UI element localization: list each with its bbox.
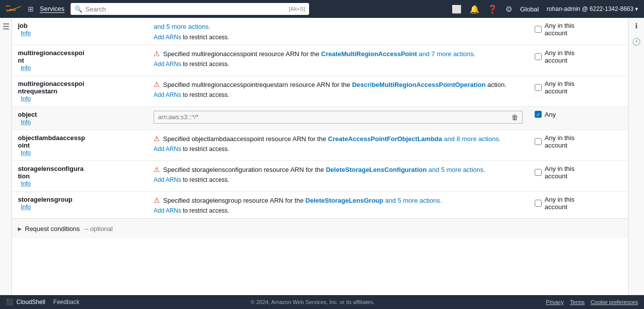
- any-in-this: Any in this: [545, 22, 574, 29]
- arn-input-cell: 🗑: [148, 106, 529, 130]
- warning-icon: ⚠: [154, 196, 160, 204]
- add-arns-link[interactable]: Add ARNs: [154, 61, 181, 68]
- any-checkbox-row: Any in this account: [535, 165, 622, 180]
- any-checkbox[interactable]: [535, 200, 542, 207]
- add-arns-row: Add ARNs to restrict access.: [154, 146, 523, 153]
- grid-icon[interactable]: ⊞: [28, 5, 34, 13]
- sidebar-toggle[interactable]: ☰: [2, 22, 9, 31]
- warning-row: ⚠ Specified storagelensconfiguration res…: [154, 165, 523, 175]
- add-arns-row: Add ARNs to restrict access.: [154, 207, 523, 214]
- action-link[interactable]: DeleteStorageLensGroup: [306, 197, 384, 204]
- any-cell: Any in this account: [529, 76, 628, 106]
- bell-icon[interactable]: 🔔: [470, 4, 480, 14]
- region-selector[interactable]: Global: [520, 5, 539, 13]
- aws-logo[interactable]: aws: [6, 3, 22, 15]
- any-in-this: Any in this: [545, 49, 574, 57]
- resource-name: multiregionaccesspoint: [18, 49, 142, 64]
- info-link[interactable]: Info: [21, 95, 31, 102]
- any-checkbox[interactable]: [535, 169, 542, 176]
- user-menu[interactable]: rohan-admin @ 6222-1342-8663 ▾: [547, 5, 638, 12]
- terminal-icon[interactable]: ⬜: [452, 4, 462, 14]
- any-checkbox[interactable]: [535, 138, 542, 145]
- table-row: objectlambdaaccesspoint Info ⚠ Specified…: [12, 130, 628, 160]
- any-checkbox-checked[interactable]: [535, 111, 542, 118]
- privacy-link[interactable]: Privacy: [546, 299, 564, 305]
- more-actions-link[interactable]: and 8 more actions.: [442, 135, 501, 143]
- action-link[interactable]: DescribeMultiRegionAccessPointOperation: [352, 81, 485, 88]
- table-row: multiregionaccesspoint Info ⚠ Specified …: [12, 45, 628, 76]
- actions-link[interactable]: and 5 more actions.: [154, 23, 210, 30]
- account-text: account: [545, 87, 574, 95]
- action-link[interactable]: CreateAccessPointForObjectLambda: [328, 135, 442, 143]
- description-text: Specified storagelensconfiguration resou…: [163, 165, 485, 175]
- account-text: account: [545, 57, 574, 64]
- arn-input[interactable]: [158, 114, 509, 121]
- any-checkbox[interactable]: [535, 53, 542, 60]
- any-cell: Any: [529, 106, 628, 130]
- add-arns-link[interactable]: Add ARNs: [154, 34, 181, 41]
- add-arns-suffix: to restrict access.: [183, 34, 229, 41]
- warning-row: ⚠ Specified objectlambdaaccesspoint reso…: [154, 134, 523, 144]
- any-label: Any: [545, 111, 556, 118]
- action-link[interactable]: CreateMultiRegionAccessPoint: [321, 50, 417, 58]
- info-link[interactable]: Info: [21, 65, 31, 72]
- side-panel: ℹ 🕐: [628, 18, 644, 309]
- nav-icons: ⬜ 🔔 ❓ ⚙ Global rohan-admin @ 6222-1342-8…: [452, 4, 638, 14]
- add-arns-suffix: to restrict access.: [183, 176, 229, 183]
- warning-row: ⚠ Specified multiregionaccesspoint resou…: [154, 49, 523, 59]
- request-conditions-optional: – optional: [85, 225, 113, 232]
- warning-row: ⚠ Specified storagelensgroup resource AR…: [154, 196, 523, 206]
- delete-arn-icon[interactable]: 🗑: [511, 113, 518, 121]
- settings-icon[interactable]: ⚙: [505, 4, 512, 14]
- search-bar[interactable]: 🔍 [Alt+S]: [71, 3, 309, 15]
- search-input[interactable]: [85, 5, 286, 13]
- more-actions-link[interactable]: and 5 more actions.: [427, 166, 485, 173]
- add-arns-link[interactable]: Add ARNs: [154, 176, 181, 183]
- add-arns-suffix: to restrict access.: [183, 61, 229, 68]
- cookie-link[interactable]: Cookie preferences: [591, 299, 638, 305]
- bottom-bar: ⬛ CloudShell Feedback © 2024, Amazon Web…: [0, 295, 644, 309]
- table-row: storagelensgroup Info ⚠ Specified storag…: [12, 191, 628, 219]
- any-cell: Any in this account: [529, 18, 628, 45]
- terms-link[interactable]: Terms: [570, 299, 585, 305]
- cloudshell-icon: ⬛: [6, 299, 13, 306]
- more-actions-link[interactable]: and 5 more actions.: [383, 197, 442, 204]
- action-link[interactable]: DeleteStorageLensConfiguration: [326, 166, 427, 173]
- any-checkbox[interactable]: [535, 26, 542, 33]
- request-conditions-toggle[interactable]: ▶ Request conditions – optional: [18, 225, 622, 232]
- feedback-button[interactable]: Feedback: [53, 299, 80, 306]
- add-arns-link[interactable]: Add ARNs: [154, 207, 181, 214]
- account-text: account: [545, 29, 574, 37]
- search-shortcut: [Alt+S]: [289, 6, 305, 12]
- arn-input-wrapper: 🗑: [154, 111, 523, 124]
- info-link[interactable]: Info: [21, 150, 31, 156]
- info-side-icon[interactable]: ℹ: [635, 22, 638, 30]
- account-text: account: [545, 172, 574, 180]
- info-link[interactable]: Info: [21, 204, 31, 211]
- resource-name: storagelensconfiguration: [18, 165, 142, 180]
- any-checkbox[interactable]: [535, 84, 542, 91]
- warning-row: ⚠ Specified multiregionaccesspointreques…: [154, 80, 523, 90]
- table-row: job Info and 5 more actions. Add ARNs to…: [12, 18, 628, 45]
- svg-text:aws: aws: [9, 7, 16, 12]
- add-arns-link[interactable]: Add ARNs: [154, 91, 181, 98]
- warning-icon: ⚠: [154, 80, 160, 88]
- app-container: ☰ job Info and 5 more actions. Add: [0, 18, 644, 309]
- cloudshell-button[interactable]: ⬛ CloudShell: [6, 299, 45, 306]
- info-link[interactable]: Info: [21, 30, 31, 37]
- any-checkbox-row: Any in this account: [535, 22, 622, 37]
- request-conditions-label: Request conditions: [25, 225, 80, 232]
- info-link[interactable]: Info: [21, 119, 31, 126]
- description-cell: ⚠ Specified storagelensconfiguration res…: [148, 160, 529, 191]
- resource-name: storagelensgroup: [18, 196, 142, 203]
- resource-name: objectlambdaaccesspoint: [18, 134, 142, 149]
- services-nav[interactable]: Services: [40, 5, 65, 13]
- more-actions-link[interactable]: and 7 more actions.: [417, 50, 476, 58]
- resource-name: job: [18, 22, 142, 29]
- any-cell: Any in this account: [529, 45, 628, 76]
- add-arns-link[interactable]: Add ARNs: [154, 146, 181, 153]
- help-icon[interactable]: ❓: [487, 4, 497, 14]
- clock-side-icon[interactable]: 🕐: [632, 38, 641, 46]
- any-cell: Any in this account: [529, 130, 628, 160]
- info-link[interactable]: Info: [21, 180, 31, 187]
